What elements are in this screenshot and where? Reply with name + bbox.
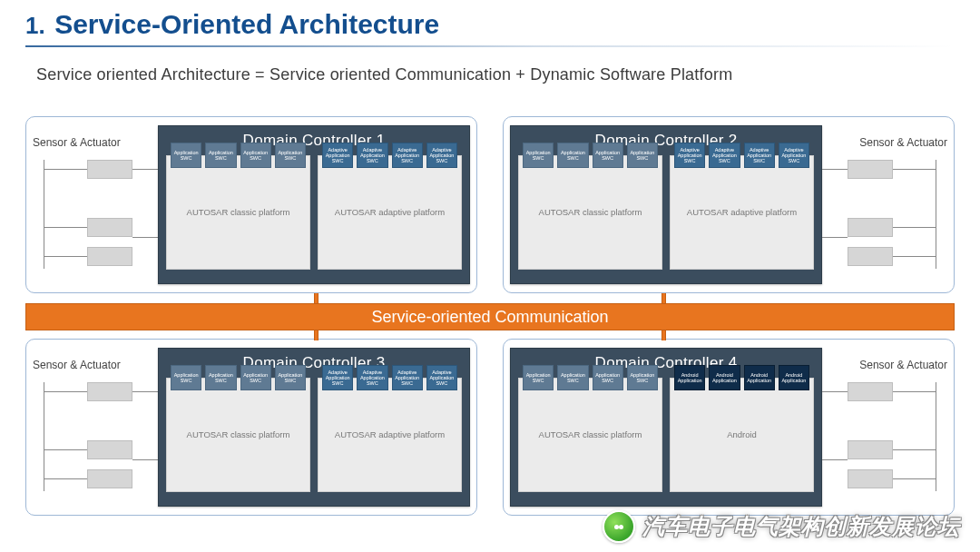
sensor-actuator-tree bbox=[825, 382, 947, 491]
swc-row: Application SWC Application SWC Applicat… bbox=[519, 143, 662, 168]
domain-controller-3: Domain Controller 3 Application SWC Appl… bbox=[158, 348, 470, 507]
swc-row: Adaptive Application SWC Adaptive Applic… bbox=[318, 143, 461, 168]
swc-block: Application SWC bbox=[627, 365, 658, 390]
platform-label: AUTOSAR classic platform bbox=[539, 429, 642, 439]
swc-block: Application SWC bbox=[205, 365, 236, 390]
swc-block: Adaptive Application SWC bbox=[426, 143, 457, 168]
platform-label: AUTOSAR adaptive platform bbox=[687, 207, 797, 217]
watermark: 汽车电子电气架构创新发展论坛 bbox=[603, 510, 960, 543]
swc-block: Adaptive Application SWC bbox=[674, 143, 705, 168]
sensor-actuator-block: Sensor & Actuator bbox=[825, 359, 947, 491]
swc-block: Application SWC bbox=[593, 143, 623, 168]
sensor-actuator-label: Sensor & Actuator bbox=[33, 136, 155, 149]
swc-block: Adaptive Application SWC bbox=[426, 365, 457, 390]
platform-block: Adaptive Application SWC Adaptive Applic… bbox=[318, 378, 462, 492]
bus-connector bbox=[314, 293, 318, 303]
swc-block: Android Application bbox=[674, 365, 705, 390]
swc-block: Android Application bbox=[779, 365, 809, 390]
swc-block: Android Application bbox=[744, 365, 775, 390]
sensor-actuator-block: Sensor & Actuator bbox=[33, 359, 155, 491]
swc-block: Application SWC bbox=[171, 365, 201, 390]
swc-row: Adaptive Application SWC Adaptive Applic… bbox=[318, 365, 461, 390]
sensor-actuator-tree bbox=[825, 160, 947, 269]
platform-block: Application SWC Application SWC Applicat… bbox=[518, 155, 662, 270]
sensor-actuator-block: Sensor & Actuator bbox=[33, 136, 155, 269]
equation-text: Service oriented Architecture = Service … bbox=[0, 47, 980, 94]
swc-block: Application SWC bbox=[627, 143, 658, 168]
bus-connector bbox=[662, 293, 666, 303]
swc-block: Application SWC bbox=[593, 365, 623, 390]
quadrant-3: Sensor & Actuator Domain Controller 3 Ap… bbox=[25, 339, 477, 516]
platform-label: AUTOSAR classic platform bbox=[187, 429, 290, 439]
section-number: 1. bbox=[25, 12, 45, 39]
platform-label: AUTOSAR classic platform bbox=[539, 207, 642, 217]
swc-block: Application SWC bbox=[275, 143, 306, 168]
sensor-actuator-label: Sensor & Actuator bbox=[825, 136, 947, 149]
platform-label: AUTOSAR adaptive platform bbox=[335, 429, 445, 439]
quadrant-1: Sensor & Actuator Domain Controller 1 Ap… bbox=[25, 116, 477, 293]
platform-label: AUTOSAR adaptive platform bbox=[335, 207, 445, 217]
watermark-text: 汽车电子电气架构创新发展论坛 bbox=[642, 512, 960, 541]
platform-block: Application SWC Application SWC Applicat… bbox=[166, 378, 310, 492]
platform-block: Adaptive Application SWC Adaptive Applic… bbox=[670, 155, 814, 270]
wechat-icon bbox=[603, 510, 635, 543]
swc-block: Adaptive Application SWC bbox=[744, 143, 775, 168]
swc-block: Application SWC bbox=[171, 143, 201, 168]
quadrant-2: Domain Controller 2 Application SWC Appl… bbox=[503, 116, 955, 293]
swc-block: Android Application bbox=[709, 365, 740, 390]
swc-block: Application SWC bbox=[523, 143, 554, 168]
platform-block: Application SWC Application SWC Applicat… bbox=[166, 155, 310, 270]
service-oriented-communication-bus: Service-oriented Communication bbox=[25, 303, 955, 330]
sensor-actuator-block: Sensor & Actuator bbox=[825, 136, 947, 269]
swc-block: Application SWC bbox=[557, 365, 588, 390]
quadrant-4: Domain Controller 4 Application SWC Appl… bbox=[503, 339, 955, 516]
swc-row: Application SWC Application SWC Applicat… bbox=[167, 365, 309, 390]
sensor-actuator-tree bbox=[33, 382, 155, 491]
sensor-actuator-label: Sensor & Actuator bbox=[825, 359, 947, 371]
domain-controller-1: Domain Controller 1 Application SWC Appl… bbox=[158, 125, 470, 284]
platform-label: Android bbox=[727, 429, 757, 439]
slide-title: 1. Service-Oriented Architecture bbox=[0, 0, 980, 44]
swc-block: Adaptive Application SWC bbox=[779, 143, 809, 168]
swc-block: Adaptive Application SWC bbox=[392, 365, 423, 390]
platform-block: Application SWC Application SWC Applicat… bbox=[518, 378, 662, 492]
swc-block: Application SWC bbox=[240, 365, 271, 390]
swc-row: Adaptive Application SWC Adaptive Applic… bbox=[671, 143, 813, 168]
section-title: Service-Oriented Architecture bbox=[54, 9, 439, 39]
swc-block: Application SWC bbox=[205, 143, 236, 168]
sensor-actuator-tree bbox=[33, 160, 155, 269]
swc-block: Adaptive Application SWC bbox=[322, 143, 353, 168]
swc-row: Android Application Android Application … bbox=[671, 365, 813, 390]
swc-block: Application SWC bbox=[523, 365, 554, 390]
bus-label: Service-oriented Communication bbox=[371, 308, 608, 326]
swc-block: Application SWC bbox=[557, 143, 588, 168]
sensor-actuator-label: Sensor & Actuator bbox=[33, 359, 155, 371]
swc-block: Adaptive Application SWC bbox=[357, 143, 387, 168]
platform-label: AUTOSAR classic platform bbox=[187, 207, 290, 217]
swc-block: Application SWC bbox=[240, 143, 271, 168]
architecture-diagram: Service-oriented Communication Sensor & … bbox=[25, 116, 955, 529]
swc-block: Adaptive Application SWC bbox=[357, 365, 387, 390]
swc-block: Adaptive Application SWC bbox=[392, 143, 423, 168]
swc-row: Application SWC Application SWC Applicat… bbox=[519, 365, 662, 390]
swc-block: Adaptive Application SWC bbox=[709, 143, 740, 168]
swc-row: Application SWC Application SWC Applicat… bbox=[167, 143, 309, 168]
domain-controller-4: Domain Controller 4 Application SWC Appl… bbox=[510, 348, 822, 507]
platform-block: Adaptive Application SWC Adaptive Applic… bbox=[318, 155, 462, 270]
domain-controller-2: Domain Controller 2 Application SWC Appl… bbox=[510, 125, 822, 284]
swc-block: Adaptive Application SWC bbox=[322, 365, 353, 390]
platform-block: Android Application Android Application … bbox=[670, 378, 814, 492]
swc-block: Application SWC bbox=[275, 365, 306, 390]
